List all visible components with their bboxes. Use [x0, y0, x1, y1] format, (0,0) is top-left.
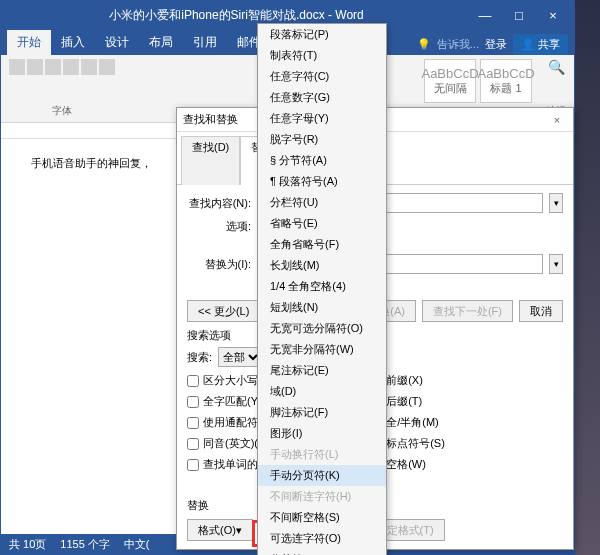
- replace-label: 替换为(I):: [187, 257, 251, 272]
- search-direction-select[interactable]: 全部: [218, 347, 262, 367]
- special-format-menu: 段落标记(P)制表符(T)任意字符(C)任意数字(G)任意字母(Y)脱字号(R)…: [257, 23, 387, 555]
- menu-item-19[interactable]: 图形(I): [258, 423, 386, 444]
- subscript-icon[interactable]: [81, 59, 97, 75]
- bold-icon[interactable]: [9, 59, 25, 75]
- tab-layout[interactable]: 布局: [139, 30, 183, 55]
- menu-item-8[interactable]: 分栏符(U): [258, 192, 386, 213]
- dialog-title: 查找和替换: [183, 112, 238, 127]
- menu-item-7[interactable]: ¶ 段落符号(A): [258, 171, 386, 192]
- window-title: 小米的小爱和iPhone的Siri智能对战.docx - Word: [5, 7, 468, 24]
- menu-item-14[interactable]: 无宽可选分隔符(O): [258, 318, 386, 339]
- menu-item-6[interactable]: § 分节符(A): [258, 150, 386, 171]
- italic-icon[interactable]: [27, 59, 43, 75]
- less-button[interactable]: << 更少(L): [187, 300, 260, 322]
- tab-find[interactable]: 查找(D): [181, 136, 240, 185]
- menu-item-24[interactable]: 可选连字符(O): [258, 528, 386, 549]
- search-direction-label: 搜索:: [187, 350, 212, 365]
- tab-insert[interactable]: 插入: [51, 30, 95, 55]
- format-button[interactable]: 格式(O) ▾: [187, 519, 253, 541]
- font-group-label: 字体: [52, 104, 72, 118]
- menu-item-20[interactable]: 手动换行符(L): [258, 444, 386, 465]
- tab-references[interactable]: 引用: [183, 30, 227, 55]
- menu-item-3[interactable]: 任意数字(G): [258, 87, 386, 108]
- menu-item-16[interactable]: 尾注标记(E): [258, 360, 386, 381]
- menu-item-11[interactable]: 长划线(M): [258, 255, 386, 276]
- menu-item-21[interactable]: 手动分页符(K): [258, 465, 386, 486]
- menu-item-1[interactable]: 制表符(T): [258, 45, 386, 66]
- tab-home[interactable]: 开始: [7, 30, 51, 55]
- menu-item-9[interactable]: 省略号(E): [258, 213, 386, 234]
- menu-item-13[interactable]: 短划线(N): [258, 297, 386, 318]
- maximize-button[interactable]: □: [502, 1, 536, 29]
- style-heading1[interactable]: AaBbCcD标题 1: [480, 59, 532, 103]
- menu-item-0[interactable]: 段落标记(P): [258, 24, 386, 45]
- strike-icon[interactable]: [63, 59, 79, 75]
- menu-item-25[interactable]: 分节符(B): [258, 549, 386, 555]
- menu-item-15[interactable]: 无宽非分隔符(W): [258, 339, 386, 360]
- menu-item-4[interactable]: 任意字母(Y): [258, 108, 386, 129]
- menu-item-12[interactable]: 1/4 全角空格(4): [258, 276, 386, 297]
- underline-icon[interactable]: [45, 59, 61, 75]
- find-next-button[interactable]: 查找下一处(F): [422, 300, 513, 322]
- style-nospace[interactable]: AaBbCcD无间隔: [424, 59, 476, 103]
- dialog-close-button[interactable]: ×: [547, 114, 567, 126]
- find-icon[interactable]: 🔍: [548, 59, 565, 75]
- status-words[interactable]: 1155 个字: [60, 537, 110, 552]
- find-dropdown[interactable]: ▾: [549, 193, 563, 213]
- tellme-text[interactable]: 告诉我...: [437, 37, 479, 52]
- tab-design[interactable]: 设计: [95, 30, 139, 55]
- options-label: 选项:: [187, 219, 251, 234]
- status-lang[interactable]: 中文(: [124, 537, 150, 552]
- superscript-icon[interactable]: [99, 59, 115, 75]
- share-button[interactable]: 👤 共享: [513, 34, 568, 55]
- status-pages[interactable]: 共 10页: [9, 537, 46, 552]
- menu-item-10[interactable]: 全角省略号(F): [258, 234, 386, 255]
- menu-item-18[interactable]: 脚注标记(F): [258, 402, 386, 423]
- menu-item-5[interactable]: 脱字号(R): [258, 129, 386, 150]
- cancel-button[interactable]: 取消: [519, 300, 563, 322]
- menu-item-23[interactable]: 不间断空格(S): [258, 507, 386, 528]
- find-label: 查找内容(N):: [187, 196, 251, 211]
- minimize-button[interactable]: —: [468, 1, 502, 29]
- login-link[interactable]: 登录: [485, 37, 507, 52]
- replace-dropdown[interactable]: ▾: [549, 254, 563, 274]
- document-text: 手机语音助手的神回复，: [31, 157, 152, 169]
- menu-item-2[interactable]: 任意字符(C): [258, 66, 386, 87]
- tellme-icon: 💡: [417, 38, 431, 51]
- menu-item-22[interactable]: 不间断连字符(H): [258, 486, 386, 507]
- close-button[interactable]: ×: [536, 1, 570, 29]
- menu-item-17[interactable]: 域(D): [258, 381, 386, 402]
